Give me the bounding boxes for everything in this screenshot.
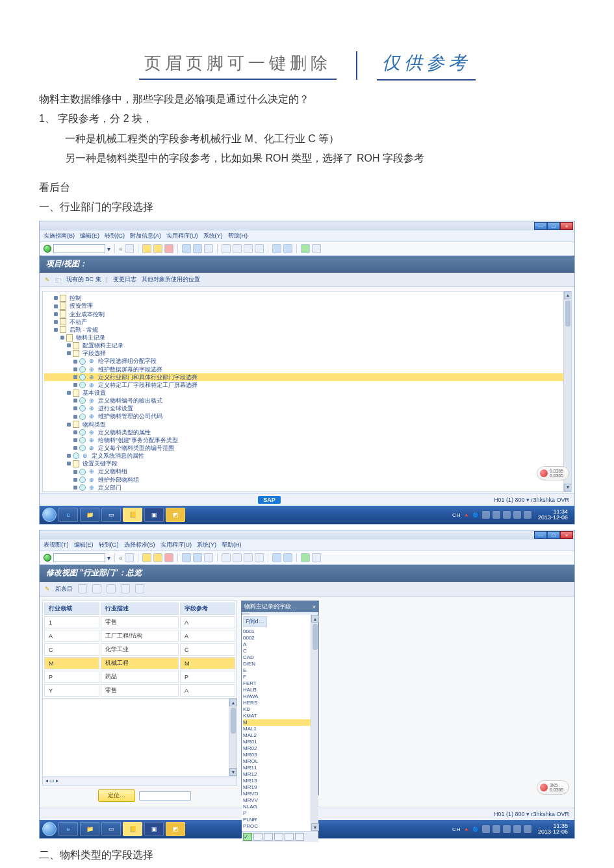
scroll-down-icon[interactable]: ▾: [564, 484, 572, 491]
tray-icon[interactable]: [513, 511, 521, 519]
save-icon[interactable]: [125, 553, 134, 562]
table-row[interactable]: A工厂工程/结构A: [44, 630, 235, 642]
position-button[interactable]: 定位…: [98, 789, 135, 802]
list-item[interactable]: NLAG: [243, 804, 317, 810]
column-header[interactable]: 行业描述: [101, 602, 179, 615]
scroll-down-icon[interactable]: ▾: [311, 823, 319, 831]
app-icon-2[interactable]: 📒: [123, 822, 142, 836]
list-item[interactable]: MR13: [243, 778, 317, 784]
tree-node[interactable]: 基本设置: [44, 389, 570, 397]
scroll-down-icon[interactable]: ▾: [229, 768, 237, 776]
prev-page-icon[interactable]: [233, 553, 242, 562]
tree-node[interactable]: ⊕ 定义系统消息的属性: [44, 452, 570, 460]
list-item[interactable]: CAD: [243, 654, 317, 661]
personal-list-icon[interactable]: [285, 833, 294, 841]
minimize-icon[interactable]: —: [534, 222, 547, 230]
app-icon-1[interactable]: ▭: [101, 508, 121, 522]
tree-node[interactable]: 控制: [44, 294, 570, 302]
tree-node[interactable]: ⊕ 定义特定工厂字段和特定工厂屏幕选择: [44, 381, 570, 389]
tree-node[interactable]: 企业成本控制: [44, 310, 570, 318]
menu-item[interactable]: 编辑(E): [80, 232, 99, 240]
table-row[interactable]: M机械工程M: [44, 657, 235, 669]
menu-item[interactable]: 附加信息(A): [130, 232, 161, 240]
list-item[interactable]: MR12: [243, 771, 317, 778]
ie-icon[interactable]: e: [58, 508, 78, 522]
img-tree[interactable]: 控制 投资管理 企业成本控制 不动产 后勤 - 常规 物料主记录 配置物料主记录…: [42, 291, 572, 492]
sap-gui-icon[interactable]: ◩: [166, 508, 185, 522]
close-list-icon[interactable]: [295, 833, 304, 841]
tray-icon[interactable]: [492, 825, 500, 833]
menu-item[interactable]: 实用程序(U): [166, 232, 198, 240]
table-row[interactable]: C化学工业C: [44, 643, 235, 656]
list-item[interactable]: MR11: [243, 765, 317, 771]
list-item[interactable]: DIEN: [243, 661, 317, 667]
list-item[interactable]: MR01: [243, 739, 317, 745]
layout-icon[interactable]: [312, 244, 321, 253]
next-page-icon[interactable]: [244, 244, 253, 253]
tree-node[interactable]: ⊕ 定义行业部门和具体行业部门字段选择: [44, 373, 570, 381]
menu-bar[interactable]: 表视图(T)编辑(E)转到(G)选择标准(S)实用程序(U)系统(Y)帮助(H): [40, 539, 574, 551]
list-item[interactable]: A: [243, 641, 317, 648]
column-header[interactable]: 字段参考: [180, 602, 235, 615]
app-icon-2[interactable]: 📒: [123, 508, 142, 522]
menu-item[interactable]: 帮助(H): [222, 541, 242, 549]
sap-gui-icon[interactable]: ◩: [166, 822, 185, 836]
filter-icon[interactable]: [274, 833, 283, 841]
tray-icon[interactable]: [524, 511, 531, 519]
delete-icon[interactable]: [92, 584, 101, 593]
multi-select-icon[interactable]: [253, 833, 262, 841]
list-item[interactable]: HERS: [243, 700, 317, 706]
tree-node[interactable]: ⊕ 定义部门: [44, 484, 570, 491]
layout-icon[interactable]: [312, 553, 321, 562]
menu-item[interactable]: 选择标准(S): [124, 541, 155, 549]
list-item[interactable]: MAL1: [243, 726, 317, 732]
menu-item[interactable]: 转到(G): [105, 232, 125, 240]
next-page-icon[interactable]: [244, 553, 253, 562]
shortcut-icon[interactable]: [283, 244, 292, 253]
command-field[interactable]: [53, 553, 105, 562]
enter-icon[interactable]: [44, 554, 51, 562]
list-item[interactable]: 0001: [243, 628, 317, 635]
deselect-icon[interactable]: [121, 584, 130, 593]
tree-node[interactable]: ⊕ 定义每个物料类型的编号范围: [44, 444, 570, 452]
tree-node[interactable]: ⊕ 进行全球设置: [44, 404, 570, 412]
tree-node[interactable]: ⊕ 给物料"创建"事务分配事务类型: [44, 436, 570, 444]
list-item[interactable]: MRVV: [243, 797, 317, 804]
column-header[interactable]: 行业领域: [44, 602, 99, 615]
list-item[interactable]: MR19: [243, 784, 317, 791]
list-item[interactable]: PROC: [243, 823, 317, 830]
tray-icon[interactable]: [492, 511, 500, 519]
find-next-icon[interactable]: [204, 553, 213, 562]
maximize-icon[interactable]: □: [547, 531, 560, 539]
menu-item[interactable]: 表视图(T): [44, 541, 69, 549]
last-page-icon[interactable]: [255, 244, 264, 253]
list-item[interactable]: MR02: [243, 745, 317, 752]
popup-column-header[interactable]: F倒d…: [243, 616, 267, 627]
print-icon[interactable]: [182, 553, 191, 562]
find-next-icon[interactable]: [204, 244, 213, 253]
popup-list[interactable]: 00010002ACCADDIENEFFERTHALBHAWAHERSKDKMA…: [243, 628, 317, 830]
menu-item[interactable]: 实施指南(B): [44, 232, 75, 240]
tree-node[interactable]: ⊕ 定义物料状态: [44, 491, 570, 492]
change-log-label[interactable]: 变更日志: [113, 275, 136, 284]
tray-icon[interactable]: [482, 825, 490, 833]
tree-node[interactable]: ⊕ 定义物料组: [44, 467, 570, 475]
accept-icon[interactable]: ✓: [243, 833, 252, 841]
tree-node[interactable]: 设置关键字段: [44, 460, 570, 467]
list-item[interactable]: PLNR: [243, 817, 317, 823]
menu-item[interactable]: 实用程序(U): [160, 541, 192, 549]
menu-bar[interactable]: 实施指南(B)编辑(E)转到(G)附加信息(A)实用程序(U)系统(Y)帮助(H…: [40, 230, 574, 242]
table-row[interactable]: 1零售A: [44, 616, 235, 628]
list-item[interactable]: 0002: [243, 635, 317, 641]
tree-node[interactable]: 不动产: [44, 318, 570, 326]
command-field[interactable]: [53, 244, 105, 253]
back-icon[interactable]: [142, 244, 151, 253]
tree-node[interactable]: ⊕ 定义物料编号的输出格式: [44, 397, 570, 404]
explorer-icon[interactable]: 📁: [80, 508, 99, 522]
start-button-icon[interactable]: [42, 822, 57, 836]
list-item[interactable]: C: [243, 648, 317, 654]
find-icon[interactable]: [193, 553, 202, 562]
tree-node[interactable]: ⊕ 维护物料管理的公司代码: [44, 412, 570, 420]
tree-node[interactable]: ⊕ 给字段选择组分配字段: [44, 357, 570, 365]
list-item[interactable]: HAWA: [243, 693, 317, 700]
